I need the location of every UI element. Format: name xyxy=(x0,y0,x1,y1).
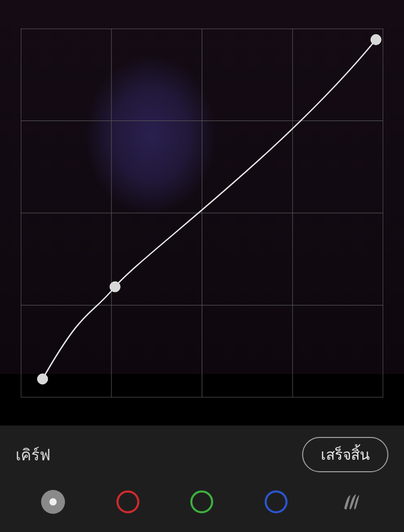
luma-dot-icon xyxy=(49,498,57,506)
channel-luma-button[interactable] xyxy=(41,490,65,514)
curves-panel: เคิร์ฟ เสร็จสิ้น xyxy=(0,425,404,532)
channel-red-button[interactable] xyxy=(116,490,139,513)
channel-blue-button[interactable] xyxy=(265,490,288,513)
curve-point-handle[interactable] xyxy=(37,374,48,384)
channel-green-button[interactable] xyxy=(190,490,213,513)
tone-curve-points[interactable] xyxy=(37,34,381,384)
image-preview-area xyxy=(0,0,404,426)
parametric-curve-button[interactable] xyxy=(339,490,363,514)
curve-point-handle[interactable] xyxy=(110,282,120,292)
tone-curve-editor[interactable] xyxy=(21,29,383,397)
channel-selector-row xyxy=(0,472,404,524)
tone-curve-line[interactable] xyxy=(43,39,376,379)
wave-icon xyxy=(340,491,362,513)
curve-grid-lines xyxy=(21,29,383,397)
done-button[interactable]: เสร็จสิ้น xyxy=(302,437,388,472)
panel-title: เคิร์ฟ xyxy=(16,443,50,467)
panel-header-row: เคิร์ฟ เสร็จสิ้น xyxy=(0,425,404,472)
curve-point-handle[interactable] xyxy=(371,34,381,45)
